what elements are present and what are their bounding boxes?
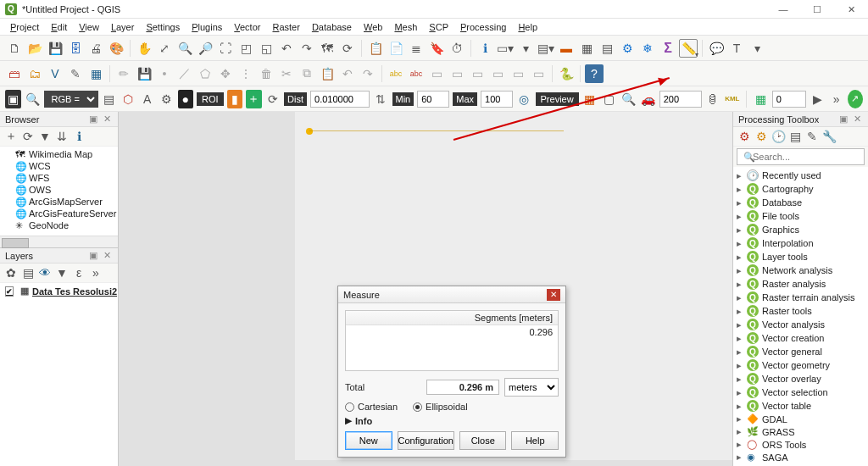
browser-props-icon[interactable]: ℹ: [71, 129, 86, 144]
menu-processing[interactable]: Processing: [455, 20, 511, 34]
label4-icon[interactable]: ▭: [448, 64, 466, 83]
browser-scrollbar[interactable]: [0, 236, 118, 247]
help-icon[interactable]: ?: [585, 64, 604, 83]
maximize-button[interactable]: ☐: [800, 0, 834, 19]
processing-category[interactable]: ▸QVector selection: [733, 386, 868, 399]
info-expander[interactable]: ▶ Info: [345, 415, 559, 426]
open-table-icon[interactable]: ▤▾: [537, 39, 555, 58]
table-icon[interactable]: ▤: [598, 39, 616, 58]
menu-mesh[interactable]: Mesh: [389, 20, 422, 34]
menu-help[interactable]: Help: [513, 20, 542, 34]
processing-category[interactable]: ▸QCartography: [733, 182, 868, 196]
scp-grid-icon[interactable]: ▦: [753, 90, 769, 108]
browser-tree[interactable]: 🗺Wikimedia Map🌐WCS🌐WFS🌐OWS🌐ArcGisMapServ…: [0, 147, 118, 236]
proc-model-icon[interactable]: ⚙: [737, 129, 752, 144]
statistics-sigma-icon[interactable]: Σ: [659, 39, 677, 58]
processing-undock-icon[interactable]: ▣: [839, 114, 849, 124]
label6-icon[interactable]: ▭: [488, 64, 507, 83]
zoom-layer-icon[interactable]: ◱: [257, 39, 275, 58]
zoom-in-icon[interactable]: 🔍: [175, 39, 194, 58]
layer-visibility-checkbox[interactable]: ✔: [5, 286, 14, 297]
paste-icon[interactable]: 📄: [387, 39, 405, 58]
new-shapefile-icon[interactable]: 🗂: [25, 64, 44, 83]
pencil-icon[interactable]: ✏: [114, 64, 133, 83]
label-abc2-icon[interactable]: abc: [407, 64, 426, 83]
measure-dialog-close-icon[interactable]: ✕: [547, 289, 560, 301]
undo-icon[interactable]: ↶: [338, 64, 357, 83]
max-input[interactable]: [481, 91, 513, 108]
field-calc-icon[interactable]: ▦: [577, 39, 596, 58]
measure-tool-button[interactable]: 📏▾: [679, 39, 698, 58]
add-polygon-icon[interactable]: ⬠: [196, 64, 214, 83]
save-as-icon[interactable]: 🗄: [66, 39, 85, 58]
temp-icon[interactable]: ⏱: [448, 39, 466, 58]
layers-style-icon[interactable]: ✿: [3, 265, 19, 280]
processing-category[interactable]: ▸QVector geometry: [733, 358, 868, 372]
menu-vector[interactable]: Vector: [229, 20, 265, 34]
layers-expr-icon[interactable]: ε: [71, 265, 86, 280]
units-select[interactable]: meters: [504, 378, 559, 397]
label3-icon[interactable]: ▭: [427, 64, 446, 83]
measure-close-button[interactable]: Close: [459, 431, 507, 450]
menu-web[interactable]: Web: [359, 20, 387, 34]
copy-icon[interactable]: 📋: [366, 39, 385, 58]
toolbox-icon[interactable]: ⚙: [618, 39, 637, 58]
data-source-manager-icon[interactable]: 🗃: [5, 64, 24, 83]
browser-filter-icon[interactable]: ▼: [37, 129, 53, 144]
map-canvas[interactable]: Measure ✕ Segments [meters] 0.296 Total …: [119, 112, 732, 466]
zoom-selection-icon[interactable]: ◰: [236, 39, 255, 58]
processing-category[interactable]: ▸QInterpolation: [733, 236, 868, 250]
copy-feat-icon[interactable]: ⧉: [298, 64, 316, 83]
cartesian-radio[interactable]: Cartesian: [345, 402, 398, 412]
menu-project[interactable]: Project: [5, 20, 44, 34]
pan-icon[interactable]: ✋: [135, 39, 153, 58]
bookmark-icon[interactable]: 🔖: [427, 39, 446, 58]
menu-layer[interactable]: Layer: [106, 20, 140, 34]
label8-icon[interactable]: ▭: [529, 64, 548, 83]
processing-category-list[interactable]: ▸🕑Recently used▸QCartography▸QDatabase▸Q…: [733, 167, 868, 466]
cut-icon[interactable]: ✂: [277, 64, 296, 83]
processing-category[interactable]: ▸🌿GRASS: [733, 425, 868, 438]
scp-settings-icon[interactable]: ⚙: [159, 90, 175, 108]
scp-roi-icon[interactable]: ⬡: [120, 90, 136, 108]
measure-help-button[interactable]: Help: [511, 431, 559, 450]
measure-new-button[interactable]: New: [345, 431, 392, 450]
layer-item[interactable]: ✔▦ Data Tes Resolusi2: [0, 285, 118, 297]
scp-input-icon[interactable]: 🔍: [25, 90, 41, 108]
minimize-button[interactable]: —: [766, 0, 800, 19]
menu-scp[interactable]: SCP: [424, 20, 453, 34]
menu-edit[interactable]: Edit: [46, 20, 72, 34]
new-project-icon[interactable]: 🗋: [5, 39, 24, 58]
processing-category[interactable]: ▸QVector general: [733, 345, 868, 358]
processing-close-icon[interactable]: ✕: [854, 114, 863, 124]
node-tool-icon[interactable]: ⋮: [236, 64, 255, 83]
print-layout-icon[interactable]: 🖨: [86, 39, 105, 58]
refresh-icon[interactable]: ⟳: [338, 39, 357, 58]
scp-export-icon[interactable]: ▶: [810, 90, 826, 108]
scp-kml-icon[interactable]: KML: [724, 90, 740, 108]
browser-item[interactable]: 🌐WCS: [0, 160, 118, 172]
proc-history-icon[interactable]: ⚙: [754, 129, 769, 144]
dist-input[interactable]: [310, 91, 370, 108]
remove-layer-icon[interactable]: ▬: [557, 39, 576, 58]
save-edits-icon[interactable]: 💾: [135, 64, 153, 83]
processing-category[interactable]: ▸QLayer tools: [733, 250, 868, 264]
scp-db-icon[interactable]: 🛢: [705, 90, 721, 108]
processing-category[interactable]: ▸QFile tools: [733, 209, 868, 223]
scp-num2-input[interactable]: [772, 91, 806, 108]
scp-num1-input[interactable]: [659, 91, 702, 108]
browser-collapse-icon[interactable]: ⇊: [54, 129, 70, 144]
processing-category[interactable]: ▸QVector table: [733, 399, 868, 413]
ellipsoidal-radio[interactable]: Ellipsoidal: [413, 402, 468, 412]
browser-item[interactable]: ✳GeoNode: [0, 219, 118, 231]
browser-item[interactable]: 🌐OWS: [0, 184, 118, 196]
processing-search-input[interactable]: [737, 148, 865, 165]
processing-category[interactable]: ▸◉SAGA: [733, 451, 868, 463]
browser-item[interactable]: 🌐ArcGisMapServer: [0, 196, 118, 208]
rgb-select[interactable]: RGB =: [44, 91, 98, 108]
processing-category[interactable]: ▸◯ORS Tools: [733, 438, 868, 451]
measure-dialog-titlebar[interactable]: Measure ✕: [338, 286, 565, 303]
label7-icon[interactable]: ▭: [509, 64, 527, 83]
add-line-icon[interactable]: ／: [175, 64, 194, 83]
proc-results-icon[interactable]: ▤: [787, 129, 803, 144]
